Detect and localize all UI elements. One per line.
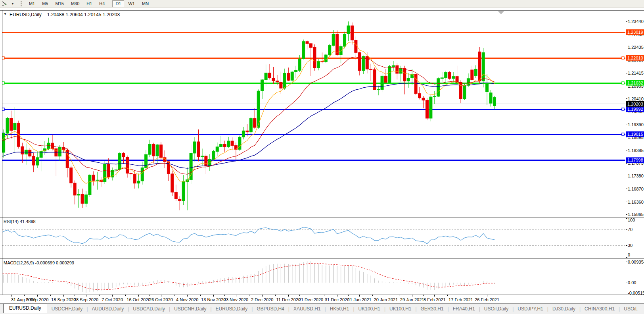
timeframe-button-m30[interactable]: M30 xyxy=(68,0,82,7)
date-axis-label: 13 Nov 2020 xyxy=(201,297,226,302)
level-price-tag-text: 1.17998 xyxy=(627,158,643,162)
date-axis-label: 28 Sep 2020 xyxy=(74,297,98,302)
level-price-tag: 1.19015 xyxy=(626,131,644,137)
date-axis-label: 2 Dec 2020 xyxy=(251,297,273,302)
date-axis-label: 11 Dec 2020 xyxy=(276,297,301,302)
timeframe-button-w1[interactable]: W1 xyxy=(125,0,138,7)
symbol-tab-eurusd-daily[interactable]: EURUSD,Daily xyxy=(3,304,47,313)
current-price-tag: 1.20203 xyxy=(626,101,644,107)
price-axis-label: 1.19390 xyxy=(628,122,644,127)
symbol-tab-uk100-h1[interactable]: UK100,H1 xyxy=(355,305,384,312)
timeframe-button-mn[interactable]: MN xyxy=(139,0,152,7)
level-price-tag-text: 1.22010 xyxy=(627,56,643,60)
date-axis-label: 4 Nov 2020 xyxy=(176,297,198,302)
date-axis-label: 8 Feb 2021 xyxy=(424,297,446,302)
symbol-tab-eurusd-daily[interactable]: EURUSD,Daily xyxy=(212,305,251,312)
symbol-tab-ger30-h1[interactable]: GER30,H1 xyxy=(417,305,447,312)
symbol-tab-xauusd-h1[interactable]: XAUUSD,H1 xyxy=(290,305,324,312)
crosshair-tool-icon[interactable] xyxy=(0,0,9,7)
rsi-panel[interactable] xyxy=(0,227,626,246)
date-axis-label: 9 Sep 2020 xyxy=(26,297,48,302)
price-axis-label: 1.22435 xyxy=(628,45,644,50)
rsi-axis-label: 70 xyxy=(628,227,632,232)
symbol-tab-usdchf-daily[interactable]: USDCHF,Daily xyxy=(48,305,86,312)
price-axis-label: 1.15865 xyxy=(628,212,644,217)
rsi-axis-label: 0 xyxy=(628,252,630,257)
chart-title: EURUSD,Daily1.20488 1.20604 1.20145 1.20… xyxy=(10,12,120,17)
main-chart-panel[interactable] xyxy=(0,21,626,210)
price-axis-label: 1.21415 xyxy=(628,71,644,75)
date-axis-label: 26 Feb 2021 xyxy=(475,297,499,302)
symbol-tab-usdcad-daily[interactable]: USDCAD,Daily xyxy=(129,305,169,312)
symbol-tab-usdcnh-daily[interactable]: USDCNH,Daily xyxy=(171,305,210,312)
toolbar: ▼ M1M5M15M30H1H4D1W1MN xyxy=(0,0,644,8)
date-axis-label: 16 Oct 2020 xyxy=(126,297,150,302)
macd-axis-label: -0.005156 xyxy=(628,291,644,295)
level-price-tag-text: 1.21032 xyxy=(627,81,643,85)
chart-symbol-label: EURUSD,Daily xyxy=(10,12,42,17)
price-axis-label: 1.16360 xyxy=(628,200,644,204)
price-axis-label: 1.18385 xyxy=(628,148,644,153)
crosshair-tool-glyph xyxy=(2,1,8,6)
level-price-tag: 1.17998 xyxy=(626,157,644,163)
timeframe-button-m5[interactable]: M5 xyxy=(39,0,51,7)
symbol-tab-bar: EURUSD,DailyUSDCHF,Daily|AUDUSD,Daily|US… xyxy=(0,303,644,314)
symbol-tab-gbpusd-h4[interactable]: GBPUSD,H4 xyxy=(253,305,288,312)
level-price-tag: 1.23019 xyxy=(626,29,644,35)
symbol-tab-usoil-daily[interactable]: USOil,Daily xyxy=(481,305,512,312)
symbol-tab-audusd-daily[interactable]: AUDUSD,Daily xyxy=(88,305,128,312)
rsi-axis-label: 30 xyxy=(628,243,632,248)
toolbar-grip[interactable] xyxy=(21,1,23,6)
date-axis-label: 29 Jan 2021 xyxy=(400,297,424,302)
date-axis-label: 18 Sep 2020 xyxy=(51,297,76,302)
toolbar-separator xyxy=(18,1,18,6)
timeframe-button-d1[interactable]: D1 xyxy=(112,0,124,7)
macd-panel[interactable] xyxy=(0,261,494,293)
timeframe-group: M1M5M15M30H1H4D1W1MN xyxy=(25,0,156,7)
date-axis-label: 26 Oct 2020 xyxy=(149,297,173,302)
price-axis-label: 1.20410 xyxy=(628,96,644,101)
price-axis-label: 1.17380 xyxy=(628,173,644,178)
moving-average-lines xyxy=(0,42,494,184)
rsi-label: RSI(14) 41.4898 xyxy=(4,219,36,224)
level-price-tag-text: 1.23019 xyxy=(627,30,643,35)
chart-collapse-triangle-icon[interactable]: ▼ xyxy=(4,12,7,16)
level-price-tag: 1.22010 xyxy=(626,55,644,61)
symbol-tab-usdjpy-h1[interactable]: USDJPY,H1 xyxy=(514,305,546,312)
rsi-axis-label: 100 xyxy=(628,218,635,222)
timeframe-button-h4[interactable]: H4 xyxy=(96,0,108,7)
date-axis-label: 31 Dec 2020 xyxy=(325,297,349,302)
date-axis-label: 17 Feb 2021 xyxy=(448,297,473,302)
chart-shift-marker-icon[interactable] xyxy=(498,11,504,14)
price-axis-label: 1.23440 xyxy=(628,19,644,24)
symbol-tab-fra40-h1[interactable]: FRA40,H1 xyxy=(449,305,479,312)
timeframe-button-m1[interactable]: M1 xyxy=(26,0,38,7)
macd-axis-label: 0.009354 xyxy=(628,260,644,264)
level-price-tag-text: 1.19992 xyxy=(627,107,643,112)
tab-scroll-arrows: ◄► xyxy=(641,306,644,312)
tab-scroll-left-icon[interactable]: ◄ xyxy=(641,306,644,312)
chart-canvas: 1.234401.229301.224351.219251.214151.209… xyxy=(0,0,644,303)
date-axis-label: 21 Dec 2020 xyxy=(299,297,323,302)
symbol-tab-usoil-[interactable]: USOil, xyxy=(620,305,641,312)
price-axis-label: 1.16870 xyxy=(628,187,644,191)
chart-ohlc-values: 1.20488 1.20604 1.20145 1.20203 xyxy=(47,12,120,17)
date-axis-label: 11 Jan 2021 xyxy=(348,297,372,302)
level-price-tag: 1.19992 xyxy=(626,106,644,112)
symbol-tab-hk50-h1[interactable]: HK50,H1 xyxy=(326,305,353,312)
symbol-tab-uk100-h1[interactable]: UK100,H1 xyxy=(386,305,415,312)
current-price-tag-text: 1.20203 xyxy=(627,102,643,106)
macd-axis-label: 0.00 xyxy=(628,280,636,285)
date-axis-label: 7 Oct 2020 xyxy=(102,297,123,302)
date-axis-label: 23 Nov 2020 xyxy=(224,297,248,302)
symbol-tab-china300-h1[interactable]: CHINA300,H1 xyxy=(581,305,618,312)
timeframe-button-h1[interactable]: H1 xyxy=(83,0,95,7)
tool-dropdown-caret-icon[interactable]: ▼ xyxy=(9,2,16,6)
date-axis: 31 Aug 20209 Sep 202018 Sep 202028 Sep 2… xyxy=(11,295,499,302)
price-axis: 1.234401.229301.224351.219251.214151.209… xyxy=(626,19,644,295)
macd-label: MACD(12,26,9) -0.000699 0.000293 xyxy=(4,260,74,265)
symbol-tab-dj30-daily[interactable]: DJ30,Daily xyxy=(549,305,579,312)
timeframe-button-m15[interactable]: M15 xyxy=(52,0,67,7)
trading-terminal: 1.234401.229301.224351.219251.214151.209… xyxy=(0,0,644,314)
level-price-tag: 1.21032 xyxy=(626,80,644,86)
